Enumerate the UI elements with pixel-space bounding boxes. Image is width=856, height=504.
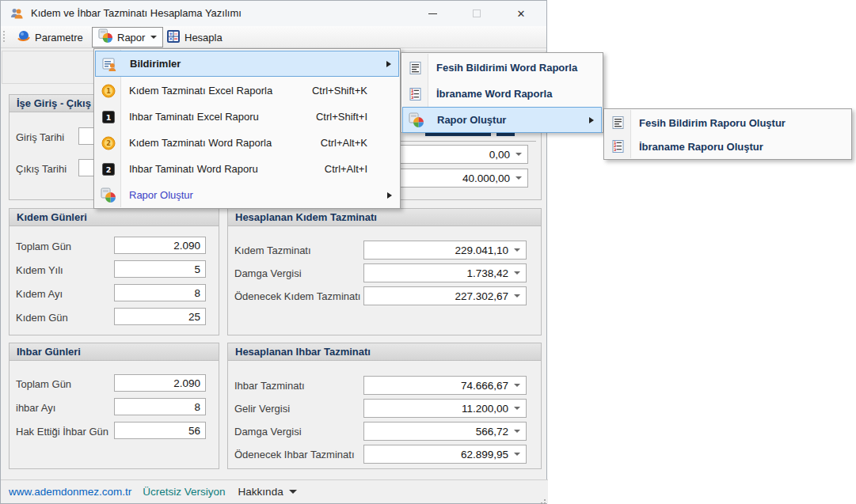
submenu-arrow-icon — [589, 117, 594, 123]
field-label: Ihbar Tazminatı — [234, 380, 305, 392]
toolbar-grip[interactable] — [3, 31, 5, 32]
ihbar-tazminati-combo[interactable]: 74.666,67 — [363, 376, 527, 395]
field-label: Gelir Vergisi — [234, 403, 290, 415]
ihbar-ayi-input[interactable]: 8 — [114, 398, 206, 415]
ihbar-damga-vergisi-combo[interactable]: 566,72 — [363, 422, 527, 441]
minimize-icon — [428, 13, 437, 14]
menu-shortcut: Ctrl+Shift+K — [312, 85, 367, 97]
field-label: Damga Vergisi — [234, 426, 302, 438]
dropdown-arrow-icon — [516, 176, 522, 180]
dropdown-arrow-icon — [514, 294, 520, 297]
field-value: 566,72 — [476, 426, 508, 438]
resize-grip[interactable] — [544, 499, 546, 501]
cikis-tarihi-label: Çıkış Tarihi — [16, 163, 67, 175]
parametre-button[interactable]: Parametre — [10, 27, 89, 47]
hesapla-label: Hesapla — [185, 32, 223, 44]
svg-text:3: 3 — [614, 148, 616, 152]
parametre-icon — [17, 29, 31, 46]
website-link[interactable]: www.ademdonmez.com.tr — [9, 486, 131, 498]
field-value: 56 — [188, 425, 200, 437]
menu-item-ibraname-word[interactable]: 123 İbraname Word Raporla — [402, 81, 602, 107]
rapor-button[interactable]: Rapor — [92, 27, 163, 47]
kidem-ayi-input[interactable]: 8 — [114, 284, 206, 301]
window-title: Kıdem ve İhbar Tazminatı Hesaplama Yazıl… — [31, 1, 242, 26]
dropdown-arrow-icon — [514, 407, 520, 410]
menu-shortcut: Ctrl+Shift+I — [316, 111, 367, 123]
menu-item-fesih-rapor-olustur[interactable]: Fesih Bildirim Raporu Oluştur — [605, 111, 850, 135]
dropdown-arrow-icon — [516, 153, 522, 156]
menu-item-rapor-olustur[interactable]: Rapor Oluştur — [95, 182, 399, 208]
parametre-label: Parametre — [35, 32, 83, 44]
kidem-gun-input[interactable]: 25 — [114, 308, 206, 325]
svg-text:=: = — [174, 36, 178, 42]
svg-text:1: 1 — [105, 113, 111, 122]
menu-item-ihbar-word[interactable]: 2 Ihbar Taminatı Word Raporu Ctrl+Alt+I — [95, 156, 399, 182]
menu-item-label: Rapor Oluştur — [437, 114, 601, 126]
kidem-yili-input[interactable]: 5 — [114, 260, 206, 278]
minimize-button[interactable] — [414, 1, 451, 26]
menu-item-label: Fesih Bildirim Raporu Oluştur — [639, 117, 850, 129]
report-builder-icon — [403, 112, 429, 128]
document-lines-icon — [605, 115, 631, 131]
field-label: Kıdem Yılı — [16, 264, 63, 276]
odenecek-kidem-combo[interactable]: 227.302,67 — [363, 286, 527, 305]
dropdown-caret-icon — [150, 36, 157, 39]
menu-shortcut: Ctrl+Alt+I — [325, 163, 367, 175]
svg-text:2: 2 — [106, 140, 111, 147]
field-value: 74.666,67 — [461, 380, 508, 392]
field-label: Toplam Gün — [16, 241, 71, 252]
field-label: Ödenecek Kıdem Tazminatı — [234, 290, 360, 302]
maximize-button[interactable] — [458, 1, 495, 26]
maximize-icon — [473, 9, 481, 17]
hesapla-button[interactable]: + − × = Hesapla — [160, 27, 229, 47]
hak-ettigi-ihbar-gun-input[interactable]: 56 — [114, 422, 206, 439]
medal-2-icon: 2 — [95, 135, 121, 151]
group-kidem-gunleri: Kıdem Günleri Toplam Gün 2.090 Kıdem Yıl… — [9, 208, 219, 335]
field-value: 25 — [188, 311, 200, 323]
menu-item-kidem-excel[interactable]: 1 Kıdem Tazminatı Excel Raporla Ctrl+Shi… — [95, 78, 399, 104]
kidem-tazminati-combo[interactable]: 229.041,10 — [363, 241, 527, 260]
menu-item-rapor-olustur-sub[interactable]: Rapor Oluştur — [402, 107, 602, 133]
menu-item-label: İbraname Raporu Oluştur — [639, 141, 850, 153]
menu-item-label: Kıdem Tazminatı Word Raporla — [129, 137, 321, 149]
group-kidem-gunleri-header: Kıdem Günleri — [10, 209, 219, 226]
menu-item-kidem-word[interactable]: 2 Kıdem Tazminatı Word Raporla Ctrl+Alt+… — [95, 130, 399, 156]
svg-text:1: 1 — [106, 88, 111, 95]
menu-item-ihbar-excel[interactable]: 1 Ihbar Taminatı Excel Raporu Ctrl+Shift… — [95, 104, 399, 130]
gelir-vergisi-combo[interactable]: 11.200,00 — [363, 399, 527, 418]
field-label: ihbar Ayı — [16, 402, 55, 414]
close-button[interactable]: ✕ — [503, 1, 539, 26]
damga-vergisi-combo[interactable]: 1.738,42 — [363, 263, 527, 282]
statusbar: www.ademdonmez.com.tr Ücretsiz Versiyon … — [1, 479, 548, 503]
svg-text:2: 2 — [105, 165, 111, 174]
field-value: 2.090 — [173, 240, 200, 252]
menu-item-label: Ihbar Taminatı Word Raporu — [129, 163, 325, 175]
field-value: 227.302,67 — [455, 290, 508, 302]
submenu-arrow-icon — [386, 61, 391, 67]
field-value: 62.899,95 — [461, 449, 508, 460]
svg-text:3: 3 — [411, 95, 413, 99]
field-value: 5 — [194, 263, 200, 275]
notifications-icon — [96, 56, 122, 72]
menu-item-fesih-word[interactable]: Fesih Bildirimi Word Raporla — [402, 55, 602, 81]
menu-item-label: Rapor Oluştur — [129, 189, 399, 201]
black-2-icon: 2 — [95, 161, 121, 177]
group-hesaplanan-ihbar: Hesaplanan Ihbar Tazminatı Ihbar Tazmina… — [227, 343, 542, 469]
titlebar: Kıdem ve İhbar Tazminatı Hesaplama Yazıl… — [1, 1, 546, 26]
odenecek-ihbar-combo[interactable]: 62.899,95 — [363, 445, 527, 464]
field-label: Ödenecek Ihbar Tazminatı — [234, 449, 355, 460]
svg-text:×: × — [169, 36, 173, 42]
version-label: Ücretsiz Versiyon — [143, 486, 225, 498]
app-icon — [10, 7, 23, 23]
dropdown-arrow-icon — [514, 271, 520, 275]
menu-item-ibraname-rapor-olustur[interactable]: 123 İbraname Raporu Oluştur — [605, 135, 850, 158]
toplam-gun-input[interactable]: 2.090 — [114, 237, 206, 254]
menu-item-bildirimler[interactable]: Bildirimler — [95, 51, 399, 77]
about-dropdown[interactable]: Hakkında — [238, 486, 297, 498]
rapor-olustur-submenu-popup: Fesih Bildirim Raporu Oluştur 123 İbrana… — [603, 108, 852, 160]
field-label: Damga Vergisi — [234, 267, 302, 279]
numbered-list-icon: 123 — [402, 86, 428, 102]
ihbar-toplam-gun-input[interactable]: 2.090 — [114, 374, 206, 392]
numbered-list-icon: 123 — [605, 138, 631, 154]
menu-item-label: Bildirimler — [130, 58, 398, 70]
